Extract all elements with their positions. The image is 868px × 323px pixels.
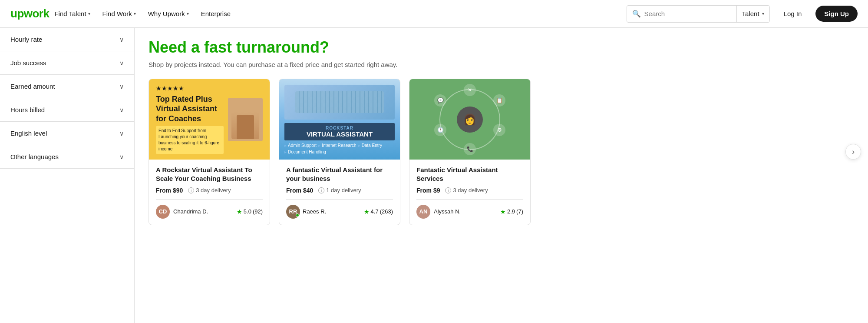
rating-1: ★ 5.0 (92) <box>237 208 263 215</box>
card-image-3: 👩 ✕ 📋 ⚙ 📞 🕐 💬 <box>409 79 530 160</box>
tag-admin: ▸Admin Support <box>284 143 317 148</box>
card-footer-3: AN Alyssah N. ★ 2.9 (7) <box>416 199 523 219</box>
orbit-icon-3: ⚙ <box>493 124 505 136</box>
chevron-down-icon: ▾ <box>762 11 764 16</box>
info-icon: i <box>318 187 324 193</box>
orbit-icon-4: 📞 <box>464 143 476 155</box>
avatar-3: AN <box>416 205 430 219</box>
talent-dropdown[interactable]: Talent ▾ <box>737 6 769 22</box>
promo-subtitle: Shop by projects instead. You can purcha… <box>149 61 854 68</box>
card2-badge-title: VIRTUAL ASSISTANT <box>290 130 389 138</box>
rating-3: ★ 2.9 (7) <box>500 208 523 215</box>
login-button[interactable]: Log In <box>777 7 809 21</box>
chevron-down-icon: ▾ <box>134 11 136 16</box>
signup-button[interactable]: Sign Up <box>815 6 858 22</box>
card-title-1: A Rockstar Virtual Assistant To Scale Yo… <box>156 166 263 183</box>
star-icon: ★ <box>364 208 370 215</box>
card2-badge-sub: Rockstar <box>290 126 389 130</box>
orbit-icon-2: 📋 <box>493 94 505 107</box>
card-price-2: From $40 <box>286 187 313 194</box>
rating-2: ★ 4.7 (263) <box>364 208 393 215</box>
header-right: 🔍 Talent ▾ Log In Sign Up <box>627 5 858 23</box>
card-image-2: Rockstar VIRTUAL ASSISTANT ▸Admin Suppor… <box>279 79 400 160</box>
filter-job-success[interactable]: Job success ∨ <box>0 51 134 75</box>
filter-english-level[interactable]: English level ∨ <box>0 122 134 145</box>
nav-find-talent[interactable]: Find Talent ▾ <box>49 7 95 21</box>
carousel-next-button[interactable]: › <box>845 144 861 160</box>
filter-hourly-rate[interactable]: Hourly rate ∨ <box>0 28 134 51</box>
cards-row: ★★★★★ Top Rated Plus Virtual Assistant f… <box>149 79 854 225</box>
card-title-2: A fantastic Virtual Assistant for your b… <box>286 166 393 183</box>
chevron-down-icon: ∨ <box>119 60 124 67</box>
search-input[interactable] <box>644 10 731 17</box>
freelancer-name-2: Raees R. <box>303 208 360 215</box>
card-price-row-3: From $9 i 3 day delivery <box>416 187 523 194</box>
chevron-down-icon: ∨ <box>119 130 124 137</box>
filter-other-languages[interactable]: Other languages ∨ <box>0 145 134 169</box>
card1-stars: ★★★★★ <box>156 85 224 92</box>
card-price-row-1: From $90 i 3 day delivery <box>156 187 263 194</box>
avatar-wrap-1: CD <box>156 205 170 219</box>
star-icon: ★ <box>500 208 506 215</box>
freelancer-name-3: Alyssah N. <box>434 208 497 215</box>
project-card-1[interactable]: ★★★★★ Top Rated Plus Virtual Assistant f… <box>149 79 270 225</box>
chevron-down-icon: ∨ <box>119 153 124 160</box>
card-delivery-1: i 3 day delivery <box>188 187 231 193</box>
chevron-right-icon: › <box>852 147 855 157</box>
header: upwork Find Talent ▾ Find Work ▾ Why Upw… <box>0 0 868 28</box>
nav-find-work[interactable]: Find Work ▾ <box>97 7 141 21</box>
orbit-icon-5: 🕐 <box>434 124 446 136</box>
card-footer-2: RR Raees R. ★ 4.7 (263) <box>286 199 393 219</box>
orbit-icon-6: 💬 <box>434 94 446 107</box>
card-body-1: A Rockstar Virtual Assistant To Scale Yo… <box>149 160 270 225</box>
project-card-3[interactable]: 👩 ✕ 📋 ⚙ 📞 🕐 💬 Fantastic Virtual Assistan… <box>409 79 531 225</box>
info-icon: i <box>188 187 194 193</box>
chevron-down-icon: ∨ <box>119 107 124 113</box>
filter-hours-billed[interactable]: Hours billed ∨ <box>0 98 134 122</box>
nav-why-upwork[interactable]: Why Upwork ▾ <box>143 7 194 21</box>
keyboard-image <box>295 91 383 113</box>
search-bar: 🔍 Talent ▾ <box>627 5 770 23</box>
card1-photo <box>228 98 263 141</box>
info-icon: i <box>445 187 451 193</box>
main-content: Need a fast turnaround? Shop by projects… <box>135 28 868 323</box>
card2-badge: Rockstar VIRTUAL ASSISTANT <box>284 123 395 140</box>
card-footer-1: CD Chandrima D. ★ 5.0 (92) <box>156 199 263 219</box>
project-card-2[interactable]: Rockstar VIRTUAL ASSISTANT ▸Admin Suppor… <box>279 79 400 225</box>
card-delivery-2: i 1 day delivery <box>318 187 361 193</box>
avatar-1: CD <box>156 205 170 219</box>
star-icon: ★ <box>237 208 242 215</box>
online-indicator <box>296 213 299 217</box>
card1-text: ★★★★★ Top Rated Plus Virtual Assistant f… <box>156 85 224 154</box>
card-body-3: Fantastic Virtual Assistant Services Fro… <box>409 160 530 225</box>
logo[interactable]: upwork <box>10 7 49 20</box>
card-body-2: A fantastic Virtual Assistant for your b… <box>279 160 400 225</box>
main-layout: Hourly rate ∨ Job success ∨ Earned amoun… <box>0 28 868 323</box>
card2-tags: ▸Admin Support ▸Internet Research ▸Data … <box>284 143 395 154</box>
card1-title: Top Rated Plus Virtual Assistant for Coa… <box>156 94 224 124</box>
card1-subtitle: End to End Support from Launching your c… <box>156 126 224 154</box>
circle-diagram: 👩 ✕ 📋 ⚙ 📞 🕐 💬 <box>439 89 500 150</box>
card-price-3: From $9 <box>416 187 440 194</box>
avatar-wrap-3: AN <box>416 205 430 219</box>
search-icon: 🔍 <box>632 10 641 18</box>
card-title-3: Fantastic Virtual Assistant Services <box>416 166 523 183</box>
chevron-down-icon: ∨ <box>119 83 124 90</box>
nav-enterprise[interactable]: Enterprise <box>196 7 236 21</box>
search-input-wrap: 🔍 <box>627 10 736 18</box>
card2-laptop <box>284 85 395 120</box>
chevron-down-icon: ▾ <box>88 11 90 16</box>
orbit-icon-1: ✕ <box>464 84 476 96</box>
filter-earned-amount[interactable]: Earned amount ∨ <box>0 75 134 98</box>
card-delivery-3: i 3 day delivery <box>445 187 488 193</box>
tag-data: ▸Data Entry <box>358 143 382 148</box>
tag-internet: ▸Internet Research <box>318 143 356 148</box>
freelancer-name-1: Chandrima D. <box>173 208 233 215</box>
sidebar: Hourly rate ∨ Job success ∨ Earned amoun… <box>0 28 135 323</box>
card-price-1: From $90 <box>156 187 183 194</box>
center-person: 👩 <box>457 107 483 133</box>
card-image-1: ★★★★★ Top Rated Plus Virtual Assistant f… <box>149 79 270 160</box>
chevron-down-icon: ∨ <box>119 36 124 43</box>
chevron-down-icon: ▾ <box>187 11 189 16</box>
promo-title: Need a fast turnaround? <box>149 38 854 57</box>
